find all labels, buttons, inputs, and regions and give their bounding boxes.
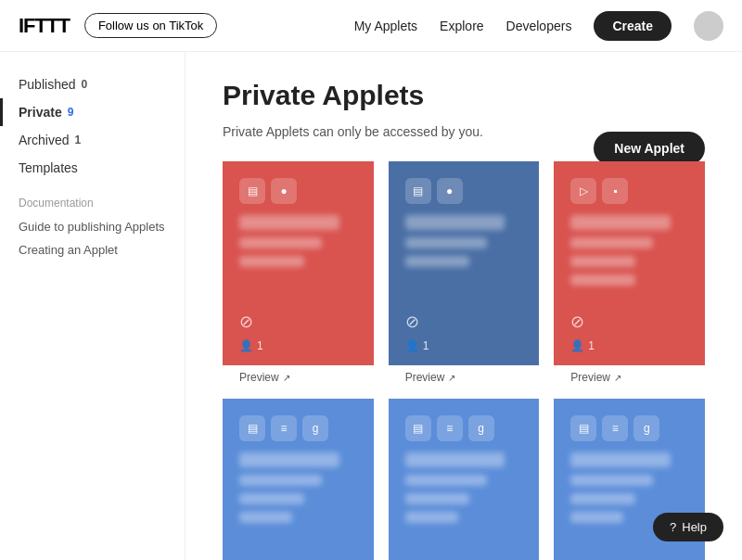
main-content: Private Applets New Applet Private Apple…	[186, 52, 742, 560]
card-5-blur-sub	[405, 475, 488, 486]
card-3-icon-1: ▷	[570, 178, 596, 204]
card-6-icon-2: ≡	[602, 415, 628, 441]
card-1-icons: ▤ ●	[239, 178, 357, 204]
logo: IFTTT	[19, 14, 70, 38]
card-3-blur-short	[570, 256, 635, 267]
card-4-icon-3: g	[302, 415, 328, 441]
card-2-blur-title	[405, 215, 505, 230]
card-4-blur-title	[239, 452, 339, 467]
card-5-blur-short2	[405, 512, 458, 523]
card-5-blur-short	[405, 493, 470, 504]
user-icon-1: 👤	[239, 339, 253, 352]
card-3-icon-2: ▪	[602, 178, 628, 204]
sidebar: Published 0 Private 9 Archived 1 Templat…	[0, 52, 186, 560]
external-link-icon-2: ↗	[448, 373, 455, 383]
page-header-row: Private Applets New Applet	[223, 80, 705, 119]
private-badge: 9	[68, 106, 74, 119]
sidebar-item-archived[interactable]: Archived 1	[0, 126, 185, 154]
card-1-eye-icon: ⊘	[239, 312, 357, 332]
card-4-icon-1: ▤	[239, 415, 265, 441]
card-6-blur-short2	[570, 512, 623, 523]
card-2-blur-sub	[405, 237, 488, 248]
card-2-icon-2: ●	[437, 178, 463, 204]
card-4-icon-2: ≡	[271, 415, 297, 441]
applet-card-4[interactable]: ▤ ≡ g	[223, 399, 374, 560]
nav-explore[interactable]: Explore	[440, 19, 483, 33]
card-3-blur-title	[570, 215, 671, 230]
external-link-icon-3: ↗	[614, 373, 621, 383]
applet-card-1[interactable]: ▤ ● ⊘ 👤 1 Preview	[223, 161, 374, 384]
card-1-blur-short	[239, 256, 304, 267]
nav-my-applets[interactable]: My Applets	[354, 19, 417, 33]
card-5-icon-2: ≡	[437, 415, 463, 441]
sidebar-item-templates[interactable]: Templates	[0, 154, 185, 182]
card-6-blur-title	[570, 452, 671, 467]
header: IFTTT Follow us on TikTok My Applets Exp…	[0, 0, 742, 52]
card-6-icon-1: ▤	[570, 415, 596, 441]
card-1-blur-sub	[239, 237, 322, 248]
layout: Published 0 Private 9 Archived 1 Templat…	[0, 52, 742, 560]
applet-card-3[interactable]: ▷ ▪ ⊘ 👤 1 Previe	[554, 161, 705, 384]
sidebar-item-published[interactable]: Published 0	[0, 70, 185, 98]
card-6-blur-sub	[570, 475, 653, 486]
card-4-blur-short2	[239, 512, 292, 523]
card-4-icons: ▤ ≡ g	[239, 415, 357, 441]
card-3-users: 👤 1	[570, 339, 688, 352]
card-2-blur-short	[405, 256, 470, 267]
card-6-blur-short	[570, 493, 635, 504]
card-2-icons: ▤ ●	[405, 178, 523, 204]
card-3-eye-icon: ⊘	[570, 312, 688, 332]
avatar[interactable]	[694, 11, 723, 41]
user-icon-3: 👤	[570, 339, 584, 352]
card-5-icons: ▤ ≡ g	[405, 415, 523, 441]
header-nav: My Applets Explore Developers Create	[354, 11, 723, 41]
card-1-preview[interactable]: Preview ↗	[223, 365, 374, 384]
help-icon: ?	[670, 520, 676, 534]
published-badge: 0	[82, 78, 88, 91]
card-3-bottom: ⊘ 👤 1	[570, 302, 688, 352]
card-3-icons: ▷ ▪	[570, 178, 688, 204]
tiktok-button[interactable]: Follow us on TikTok	[84, 13, 217, 38]
card-5-icon-1: ▤	[405, 415, 431, 441]
card-4-blur-short	[239, 493, 304, 504]
archived-badge: 1	[74, 134, 81, 146]
page-title: Private Applets	[223, 80, 424, 111]
create-button[interactable]: Create	[594, 11, 672, 41]
card-1-icon-1: ▤	[239, 178, 265, 204]
applet-grid: ▤ ● ⊘ 👤 1 Preview	[223, 161, 705, 560]
applet-card-3-inner: ▷ ▪ ⊘ 👤 1	[554, 161, 705, 365]
card-6-icon-3: g	[633, 415, 659, 441]
card-4-blur-sub	[239, 475, 322, 486]
card-5-blur-title	[405, 452, 505, 467]
card-6-icons: ▤ ≡ g	[570, 415, 688, 441]
card-5-icon-3: g	[468, 415, 494, 441]
card-1-bottom: ⊘ 👤 1	[239, 302, 357, 352]
create-link[interactable]: Creating an Applet	[0, 238, 185, 261]
applet-card-2-inner: ▤ ● ⊘ 👤 1	[389, 161, 540, 365]
card-1-blur-title	[239, 215, 339, 230]
applet-card-2[interactable]: ▤ ● ⊘ 👤 1 Preview	[389, 161, 540, 384]
card-3-blur-short2	[570, 274, 635, 286]
user-icon-2: 👤	[405, 339, 419, 352]
applet-card-1-inner: ▤ ● ⊘ 👤 1	[223, 161, 374, 365]
card-3-preview[interactable]: Preview ↗	[554, 365, 705, 384]
applet-card-5[interactable]: ▤ ≡ g	[389, 399, 540, 560]
card-3-blur-sub	[570, 237, 653, 248]
card-2-icon-1: ▤	[405, 178, 431, 204]
external-link-icon-1: ↗	[283, 373, 290, 383]
card-2-users: 👤 1	[405, 339, 523, 352]
card-2-preview[interactable]: Preview ↗	[389, 365, 540, 384]
sidebar-section-docs: Documentation	[0, 182, 185, 215]
help-button[interactable]: ? Help	[653, 513, 723, 541]
card-2-eye-icon: ⊘	[405, 312, 523, 332]
new-applet-button[interactable]: New Applet	[594, 132, 705, 165]
card-1-icon-2: ●	[271, 178, 297, 204]
card-1-users: 👤 1	[239, 339, 357, 352]
applet-card-5-inner: ▤ ≡ g	[389, 399, 540, 560]
guide-link[interactable]: Guide to publishing Applets	[0, 215, 185, 238]
applet-card-4-inner: ▤ ≡ g	[223, 399, 374, 560]
sidebar-item-private[interactable]: Private 9	[0, 98, 185, 126]
nav-developers[interactable]: Developers	[506, 19, 572, 33]
card-2-bottom: ⊘ 👤 1	[405, 302, 523, 352]
